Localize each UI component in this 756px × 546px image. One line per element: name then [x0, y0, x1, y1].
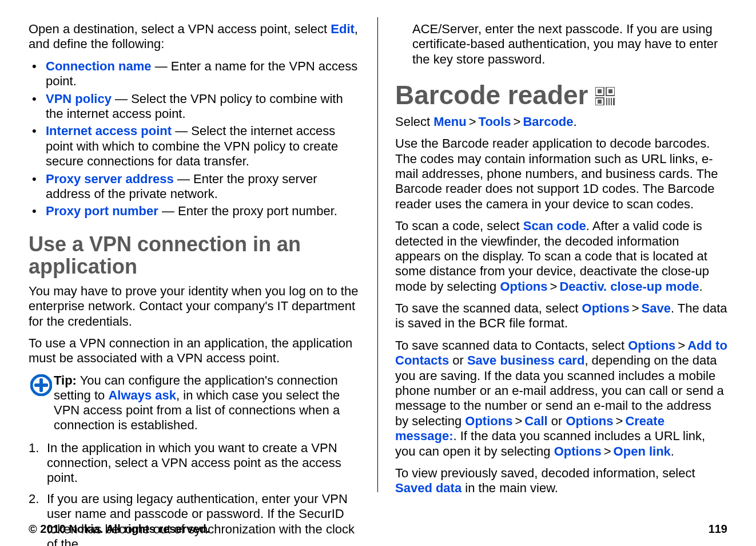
svg-rect-11: [611, 98, 612, 105]
period: .: [574, 114, 577, 129]
intro-paragraph: Open a destination, select a VPN access …: [29, 22, 360, 52]
period: .: [699, 279, 703, 294]
options-term: Options: [628, 338, 675, 353]
vpn-settings-list: Connection name — Enter a name for the V…: [29, 59, 360, 219]
intro-text-a: Open a destination, select a VPN access …: [29, 22, 331, 36]
barcode-paragraph-3: To save the scanned data, select Options…: [395, 301, 727, 331]
svg-rect-6: [608, 89, 612, 93]
nav-sep: >: [602, 444, 614, 458]
nav-sep: >: [511, 114, 523, 129]
term-desc: — Enter the proxy port number.: [158, 204, 337, 218]
nav-sep: >: [548, 279, 560, 294]
term-connection-name: Connection name: [46, 59, 152, 73]
svg-rect-12: [613, 98, 615, 105]
edit-term: Edit: [331, 22, 355, 36]
barcode-icon: [595, 82, 615, 111]
tip-icon: [29, 373, 54, 433]
svg-rect-4: [598, 89, 602, 93]
step-number: 2.: [29, 492, 39, 507]
nav-sep: >: [675, 338, 687, 353]
vpn-paragraph-2: To use a VPN connection in an applicatio…: [29, 336, 360, 366]
heading-barcode-text: Barcode reader: [395, 81, 588, 110]
term-internet-access-point: Internet access point: [46, 124, 172, 138]
p5-a: To view previously saved, decoded inform…: [395, 466, 695, 480]
list-item: VPN policy — Select the VPN policy to co…: [29, 92, 360, 122]
options-term: Options: [500, 279, 547, 294]
copyright-text: © 2010 Nokia. All rights reserved.: [29, 523, 209, 536]
open-link-term: Open link: [614, 444, 671, 458]
save-term: Save: [642, 301, 671, 315]
vpn-paragraph-1: You may have to prove your identity when…: [29, 284, 360, 329]
tip-text: Tip: You can configure the application's…: [54, 373, 360, 433]
p5-b: in the main view.: [461, 481, 558, 495]
nav-sep: >: [512, 414, 524, 428]
step-text: If you are using legacy authentication, …: [47, 492, 355, 546]
period: .: [671, 444, 674, 458]
step-text: In the application in which you want to …: [47, 441, 341, 485]
term-proxy-port-number: Proxy port number: [46, 204, 158, 218]
p3-a: To save the scanned data, select: [395, 301, 582, 315]
nav-tools: Tools: [479, 114, 511, 129]
svg-rect-9: [606, 98, 607, 105]
svg-rect-2: [34, 383, 48, 387]
left-column: Open a destination, select a VPN access …: [29, 17, 378, 492]
barcode-paragraph-2: To scan a code, select Scan code. After …: [395, 219, 727, 294]
p4-or2: or: [548, 414, 566, 428]
nav-sep: >: [467, 114, 479, 129]
two-column-layout: Open a destination, select a VPN access …: [29, 17, 727, 492]
nav-sep: >: [614, 414, 626, 428]
p4-or1: or: [449, 353, 467, 367]
heading-barcode-reader: Barcode reader: [395, 81, 727, 110]
barcode-paragraph-5: To view previously saved, decoded inform…: [395, 466, 727, 496]
svg-rect-8: [598, 100, 602, 104]
nav-menu: Menu: [433, 114, 466, 129]
page: Open a destination, select a VPN access …: [0, 0, 756, 546]
heading-use-vpn: Use a VPN connection in an application: [29, 233, 360, 278]
deactivate-term: Deactiv. close-up mode: [559, 279, 699, 294]
right-column: ACE/Server, enter the next passcode. If …: [378, 17, 727, 492]
term-vpn-policy: VPN policy: [46, 92, 112, 106]
always-ask-term: Always ask: [108, 388, 176, 402]
nav-barcode: Barcode: [523, 114, 573, 129]
nav-path: Select Menu>Tools>Barcode.: [395, 114, 727, 129]
options-term: Options: [465, 414, 512, 428]
scan-code-term: Scan code: [523, 219, 586, 233]
list-item: Internet access point — Select the inter…: [29, 124, 360, 169]
call-term: Call: [524, 414, 547, 428]
list-item: Proxy server address — Enter the proxy s…: [29, 172, 360, 202]
barcode-paragraph-4: To save scanned data to Contacts, select…: [395, 338, 727, 459]
term-proxy-server-address: Proxy server address: [46, 172, 174, 186]
nav-select-label: Select: [395, 114, 433, 129]
list-item: Connection name — Enter a name for the V…: [29, 59, 360, 89]
options-term: Options: [582, 301, 630, 315]
step-item: 2.If you are using legacy authentication…: [29, 492, 360, 546]
step-item: 1.In the application in which you want t…: [29, 441, 360, 486]
saved-data-term: Saved data: [395, 481, 461, 495]
save-business-card-term: Save business card: [467, 353, 584, 367]
continuation-paragraph: ACE/Server, enter the next passcode. If …: [395, 22, 727, 67]
step-number: 1.: [29, 441, 39, 456]
svg-rect-10: [608, 98, 610, 105]
tip-block: Tip: You can configure the application's…: [29, 373, 360, 433]
nav-sep: >: [630, 301, 642, 315]
list-item: Proxy port number — Enter the proxy port…: [29, 204, 360, 219]
footer: © 2010 Nokia. All rights reserved. 119: [29, 523, 727, 536]
barcode-paragraph-1: Use the Barcode reader application to de…: [395, 136, 727, 212]
options-term: Options: [566, 414, 613, 428]
tip-label: Tip:: [54, 373, 77, 387]
p4-a: To save scanned data to Contacts, select: [395, 338, 628, 353]
p2-a: To scan a code, select: [395, 219, 523, 233]
options-term: Options: [554, 444, 602, 458]
page-number: 119: [709, 523, 727, 536]
